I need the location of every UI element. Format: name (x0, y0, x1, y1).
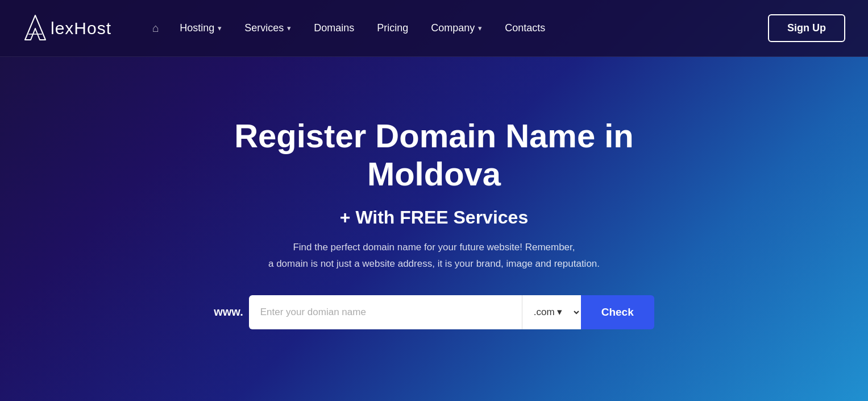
domain-input[interactable] (249, 295, 522, 329)
logo[interactable]: lexHost (23, 13, 111, 44)
tld-select[interactable]: .com ▾ .net .org .md .io (522, 295, 581, 329)
nav-links: ⌂ Hosting ▾ Services ▾ Domains Pricing C… (146, 17, 554, 39)
nav-company[interactable]: Company ▾ (422, 18, 491, 39)
hero-title: Register Domain Name in Moldova (178, 117, 690, 193)
domain-search-bar: www. .com ▾ .net .org .md .io Check (214, 295, 654, 329)
nav-services[interactable]: Services ▾ (235, 18, 300, 39)
nav-hosting[interactable]: Hosting ▾ (171, 18, 231, 39)
nav-domains[interactable]: Domains (305, 18, 363, 39)
services-chevron-icon: ▾ (287, 24, 291, 32)
hosting-chevron-icon: ▾ (218, 24, 222, 32)
logo-text: lexHost (51, 19, 111, 38)
logo-icon (23, 13, 48, 44)
page-wrapper: lexHost ⌂ Hosting ▾ Services ▾ Domains P… (0, 0, 868, 401)
company-chevron-icon: ▾ (478, 24, 482, 32)
hero-section: Register Domain Name in Moldova + With F… (0, 57, 868, 401)
www-label: www. (214, 305, 243, 319)
nav-pricing[interactable]: Pricing (368, 18, 417, 39)
signup-button[interactable]: Sign Up (768, 14, 845, 42)
check-button[interactable]: Check (581, 295, 654, 329)
nav-contacts[interactable]: Contacts (496, 18, 554, 39)
hero-subtitle: + With FREE Services (340, 207, 528, 228)
navbar: lexHost ⌂ Hosting ▾ Services ▾ Domains P… (0, 0, 868, 57)
home-icon[interactable]: ⌂ (146, 17, 166, 39)
hero-description: Find the perfect domain name for your fu… (268, 239, 600, 272)
